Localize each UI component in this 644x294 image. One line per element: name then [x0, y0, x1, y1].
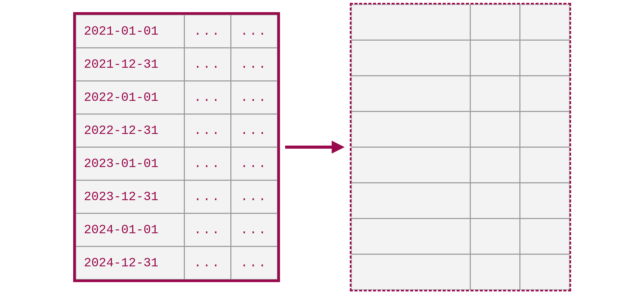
svg-marker-1 [332, 141, 345, 154]
ellipsis-cell: ... [231, 246, 277, 280]
empty-cell [470, 254, 520, 290]
ellipsis-cell: ... [231, 48, 277, 81]
ellipsis-cell: ... [184, 114, 231, 147]
empty-cell [351, 111, 470, 147]
date-cell: 2022-01-01 [76, 81, 184, 114]
ellipsis-cell: ... [184, 81, 231, 114]
ellipsis-cell: ... [231, 114, 277, 147]
empty-cell [351, 40, 470, 76]
empty-cell [351, 218, 470, 254]
empty-cell [470, 147, 520, 183]
table-row [351, 4, 570, 40]
target-table [350, 3, 571, 291]
date-cell: 2021-12-31 [76, 48, 184, 81]
table-row: 2024-01-01 ... ... [76, 213, 277, 246]
table-row: 2024-12-31 ... ... [76, 246, 277, 280]
empty-cell [520, 40, 570, 76]
empty-cell [470, 218, 520, 254]
table-row: 2023-12-31 ... ... [76, 180, 277, 213]
ellipsis-cell: ... [231, 213, 277, 246]
empty-cell [520, 4, 570, 40]
date-cell: 2024-12-31 [76, 246, 184, 280]
empty-cell [520, 183, 570, 218]
empty-cell [520, 218, 570, 254]
table-row: 2021-01-01 ... ... [76, 15, 277, 48]
date-cell: 2023-01-01 [76, 147, 184, 180]
empty-cell [520, 76, 570, 111]
table-row [351, 76, 570, 111]
table-row [351, 183, 570, 218]
table-row: 2022-12-31 ... ... [76, 114, 277, 147]
table-row [351, 147, 570, 183]
ellipsis-cell: ... [184, 213, 231, 246]
date-cell: 2021-01-01 [76, 15, 184, 48]
table-row: 2021-12-31 ... ... [76, 48, 277, 81]
ellipsis-cell: ... [184, 246, 231, 280]
table-row [351, 111, 570, 147]
empty-cell [351, 76, 470, 111]
empty-cell [351, 4, 470, 40]
date-cell: 2022-12-31 [76, 114, 184, 147]
empty-cell [351, 147, 470, 183]
ellipsis-cell: ... [184, 180, 231, 213]
ellipsis-cell: ... [231, 180, 277, 213]
table-row [351, 40, 570, 76]
empty-cell [351, 254, 470, 290]
source-table: 2021-01-01 ... ... 2021-12-31 ... ... 20… [73, 12, 280, 282]
empty-cell [470, 76, 520, 111]
ellipsis-cell: ... [231, 147, 277, 180]
empty-cell [470, 183, 520, 218]
ellipsis-cell: ... [184, 147, 231, 180]
empty-cell [351, 183, 470, 218]
table-row [351, 218, 570, 254]
table-row: 2022-01-01 ... ... [76, 81, 277, 114]
date-cell: 2024-01-01 [76, 213, 184, 246]
arrow-right-icon [285, 138, 345, 156]
table-row: 2023-01-01 ... ... [76, 147, 277, 180]
diagram-container: 2021-01-01 ... ... 2021-12-31 ... ... 20… [73, 3, 571, 291]
arrow-container [285, 138, 345, 156]
empty-cell [470, 40, 520, 76]
empty-cell [520, 254, 570, 290]
ellipsis-cell: ... [231, 15, 277, 48]
empty-cell [520, 147, 570, 183]
empty-cell [470, 4, 520, 40]
date-cell: 2023-12-31 [76, 180, 184, 213]
table-row [351, 254, 570, 290]
ellipsis-cell: ... [184, 48, 231, 81]
empty-cell [470, 111, 520, 147]
ellipsis-cell: ... [231, 81, 277, 114]
ellipsis-cell: ... [184, 15, 231, 48]
empty-cell [520, 111, 570, 147]
